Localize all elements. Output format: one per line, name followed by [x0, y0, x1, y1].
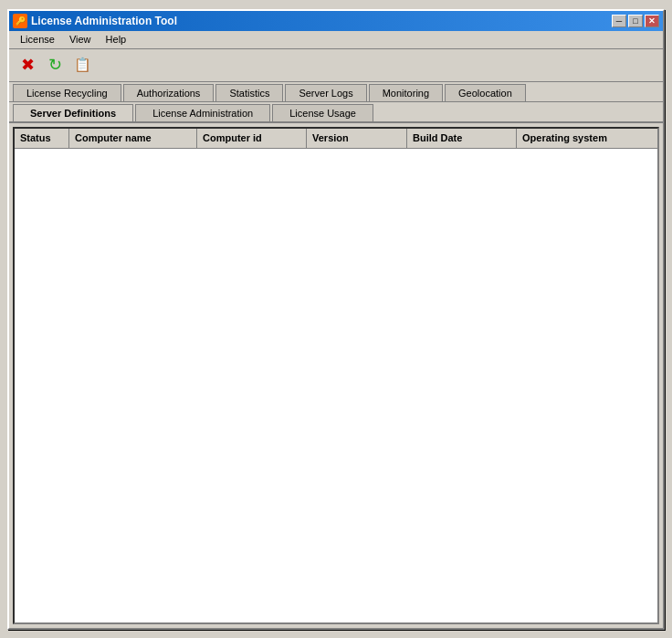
main-window: 🔑 License Administration Tool ─ □ ✕ Lice…: [7, 9, 665, 630]
menu-view[interactable]: View: [62, 32, 99, 47]
tab-license-administration[interactable]: License Administration: [135, 104, 270, 121]
title-bar: 🔑 License Administration Tool ─ □ ✕: [9, 11, 663, 31]
maximize-button[interactable]: □: [628, 15, 643, 27]
settings-button[interactable]: 📋: [69, 52, 95, 78]
refresh-button[interactable]: ↻: [42, 52, 68, 78]
tab-server-logs[interactable]: Server Logs: [285, 84, 366, 101]
window-title: License Administration Tool: [31, 15, 177, 27]
close-button[interactable]: ✕: [645, 15, 659, 27]
refresh-icon: ↻: [48, 55, 62, 75]
menu-help[interactable]: Help: [99, 32, 134, 47]
col-version: Version: [307, 129, 407, 148]
tab-geolocation[interactable]: Geolocation: [445, 84, 526, 101]
tab-monitoring[interactable]: Monitoring: [369, 84, 443, 101]
table-header: Status Computer name Computer id Version…: [15, 129, 657, 149]
menu-bar: License View Help: [9, 31, 663, 49]
tab-authorizations[interactable]: Authorizations: [123, 84, 215, 101]
title-bar-left: 🔑 License Administration Tool: [13, 14, 177, 28]
tab-server-definitions[interactable]: Server Definitions: [13, 104, 133, 121]
stop-icon: ✖: [21, 55, 35, 75]
col-build-date: Build Date: [407, 129, 517, 148]
stop-button[interactable]: ✖: [15, 52, 40, 78]
main-content: Status Computer name Computer id Version…: [13, 127, 659, 624]
table-body: [15, 149, 657, 622]
toolbar: ✖ ↻ 📋: [9, 49, 663, 82]
tabs-row1: License Recycling Authorizations Statist…: [9, 82, 663, 102]
title-controls: ─ □ ✕: [612, 15, 659, 27]
tab-license-usage[interactable]: License Usage: [272, 104, 373, 121]
settings-icon: 📋: [74, 57, 91, 73]
tabs-row2: Server Definitions License Administratio…: [9, 102, 663, 123]
app-icon: 🔑: [13, 14, 27, 28]
col-operating-system: Operating system: [517, 129, 657, 148]
col-computer-id: Computer id: [197, 129, 307, 148]
col-status: Status: [15, 129, 69, 148]
minimize-button[interactable]: ─: [612, 15, 626, 27]
col-computer-name: Computer name: [69, 129, 197, 148]
menu-license[interactable]: License: [13, 32, 62, 47]
tab-statistics[interactable]: Statistics: [215, 84, 283, 101]
tab-license-recycling[interactable]: License Recycling: [13, 84, 121, 101]
